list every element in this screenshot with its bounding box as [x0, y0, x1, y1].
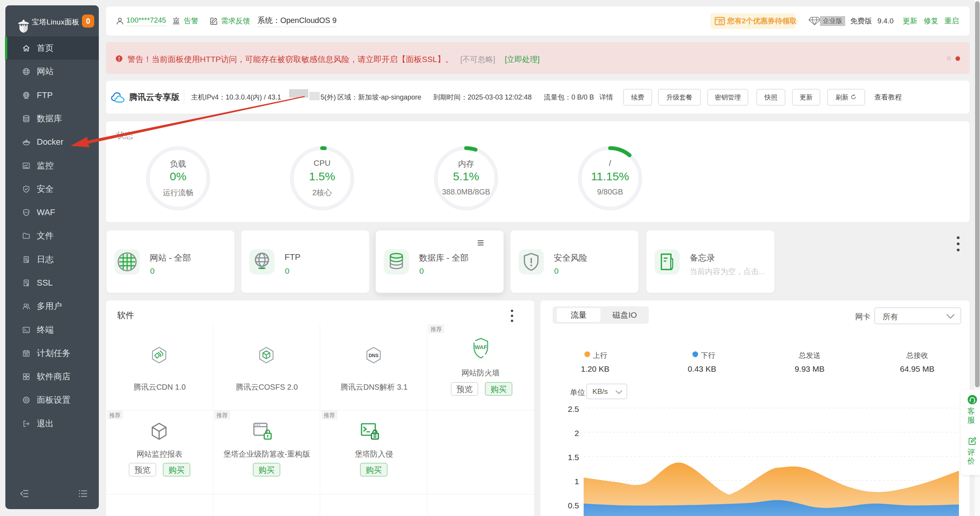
- svg-text:WAF: WAF: [24, 211, 29, 214]
- svg-text:0.5: 0.5: [568, 501, 579, 510]
- svg-text:2.5: 2.5: [568, 405, 579, 413]
- svg-text:2: 2: [574, 429, 579, 438]
- svg-text:1.5: 1.5: [568, 453, 579, 462]
- svg-text:1: 1: [574, 477, 579, 486]
- svg-text:券: 券: [719, 21, 722, 24]
- svg-text:DNS: DNS: [368, 353, 378, 358]
- svg-text:WAF: WAF: [474, 344, 487, 350]
